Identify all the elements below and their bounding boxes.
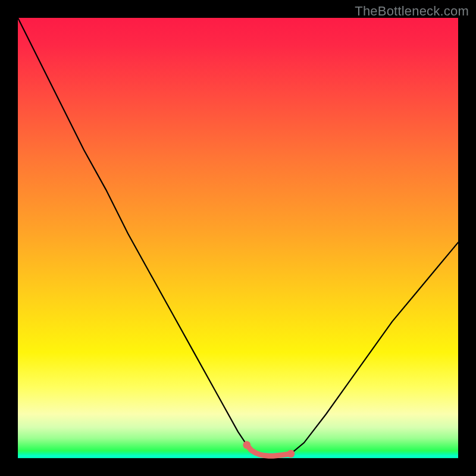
highlight-endpoint-right <box>287 450 295 458</box>
bottleneck-curve <box>18 18 458 456</box>
curve-svg <box>18 18 458 458</box>
chart-frame: TheBottleneck.com <box>0 0 476 476</box>
plot-area <box>18 18 458 458</box>
highlight-endpoint-left <box>243 441 250 449</box>
highlight-segment <box>247 445 291 456</box>
watermark-text: TheBottleneck.com <box>355 4 469 19</box>
